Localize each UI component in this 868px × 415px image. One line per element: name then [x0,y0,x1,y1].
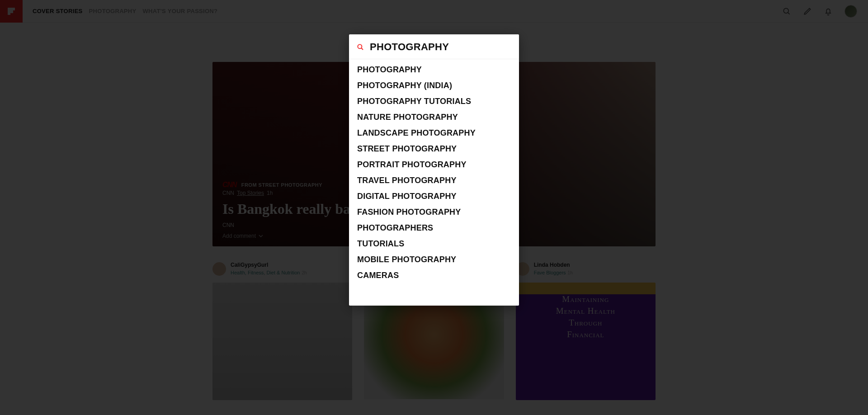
search-suggestion[interactable]: CAMERAS [349,268,519,283]
search-suggestion[interactable]: PHOTOGRAPHY [349,62,519,78]
search-suggestion[interactable]: MOBILE PHOTOGRAPHY [349,252,519,268]
search-suggestion[interactable]: TRAVEL PHOTOGRAPHY [349,173,519,189]
search-suggestion[interactable]: PHOTOGRAPHY TUTORIALS [349,94,519,109]
search-suggestion[interactable]: PHOTOGRAPHY (INDIA) [349,78,519,94]
search-input-row [349,34,519,59]
search-suggestion[interactable]: LANDSCAPE PHOTOGRAPHY [349,125,519,141]
search-input[interactable] [369,41,512,53]
svg-line-3 [361,48,363,50]
search-icon [356,43,364,51]
search-suggestion[interactable]: NATURE PHOTOGRAPHY [349,109,519,125]
search-suggestion[interactable]: DIGITAL PHOTOGRAPHY [349,189,519,204]
search-popover: PHOTOGRAPHY PHOTOGRAPHY (INDIA) PHOTOGRA… [349,34,519,306]
svg-point-2 [358,44,362,48]
search-suggestion[interactable]: PORTRAIT PHOTOGRAPHY [349,157,519,173]
search-suggestion[interactable]: STREET PHOTOGRAPHY [349,141,519,157]
search-suggestion[interactable]: TUTORIALS [349,236,519,252]
search-suggestion[interactable]: PHOTOGRAPHERS [349,220,519,236]
search-suggestion[interactable]: FASHION PHOTOGRAPHY [349,204,519,220]
search-suggestions[interactable]: PHOTOGRAPHY PHOTOGRAPHY (INDIA) PHOTOGRA… [349,59,519,306]
